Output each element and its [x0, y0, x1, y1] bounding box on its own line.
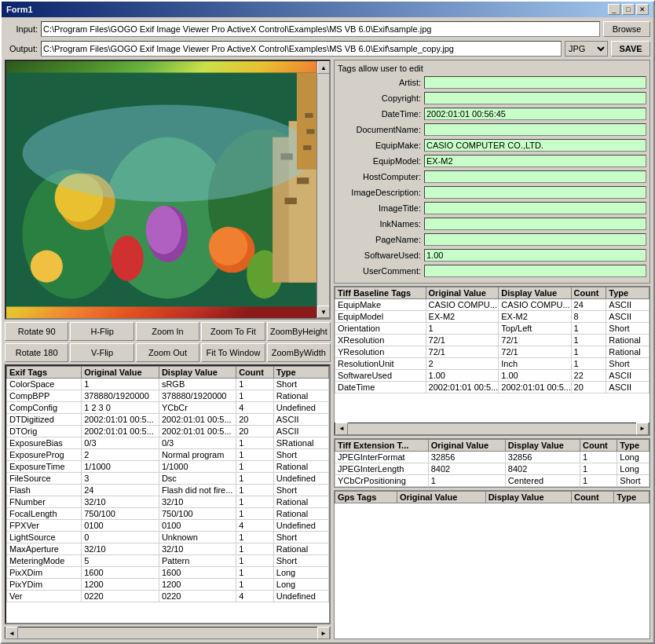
table-row[interactable]: XResolution72/172/11Rational [335, 335, 650, 346]
table-row[interactable]: ExposureProg2Normal program1Short [7, 449, 329, 461]
tag-input[interactable] [424, 218, 646, 230]
tag-input[interactable] [424, 108, 646, 120]
table-cell: Rational [606, 335, 650, 346]
table-row[interactable]: FileSource3Dsc1Undefined [7, 473, 329, 485]
hflip-button[interactable]: H-Flip [70, 322, 134, 341]
table-row[interactable]: Orientation1Top/Left1Short [335, 323, 650, 335]
table-cell: 1 [236, 379, 274, 390]
table-row[interactable]: MaxAperture32/1032/101Rational [7, 543, 329, 555]
tag-label: ImageDescription: [338, 188, 424, 197]
table-row[interactable]: YCbCrPositioning1Centered1Short [335, 474, 650, 486]
exif-scroll-left[interactable]: ◄ [5, 627, 18, 639]
exif-hscrollbar[interactable]: ◄ ► [5, 627, 331, 639]
table-row[interactable]: FPXVer010001004Undefined [7, 520, 329, 532]
table-row[interactable]: JPEGInterLength840284021Long [335, 463, 650, 474]
svg-rect-17 [284, 198, 296, 204]
image-svg [6, 61, 329, 318]
table-row[interactable]: ResolutionUnit2Inch1Short [335, 358, 650, 370]
table-row[interactable]: CompConfig1 2 3 0YCbCr4Undefined [7, 402, 329, 414]
tag-input[interactable] [424, 170, 646, 183]
zoomin-button[interactable]: Zoom In [136, 322, 199, 341]
table-row[interactable]: PixYDim120012001Long [7, 579, 329, 591]
tag-input[interactable] [424, 265, 646, 277]
table-row[interactable]: ExposureBias0/30/31SRational [7, 437, 329, 449]
tag-input[interactable] [424, 186, 646, 199]
output-field[interactable] [41, 41, 562, 57]
exif-scroll-track[interactable] [18, 628, 317, 639]
table-cell: 0220 [159, 591, 236, 602]
zoomout-button[interactable]: Zoom Out [136, 343, 199, 362]
table-row[interactable]: YResolution72/172/11Rational [335, 346, 650, 358]
table-row[interactable]: SoftwareUsed1.001.0022ASCII [335, 370, 650, 382]
tag-input[interactable] [424, 249, 646, 262]
table-cell: 1600 [82, 567, 159, 579]
scroll-track[interactable] [317, 74, 329, 306]
table-row[interactable]: FNumber32/1032/101Rational [7, 496, 329, 508]
table-cell: 2002:01:01 00:5... [159, 426, 236, 437]
table-row[interactable]: EquipModelEX-M2EX-M28ASCII [335, 311, 650, 323]
format-select[interactable]: JPG BMP PNG [565, 41, 608, 57]
rotate90-button[interactable]: Rotate 90 [5, 322, 68, 341]
rotate180-button[interactable]: Rotate 180 [5, 343, 68, 362]
table-cell: Short [273, 379, 328, 390]
table-cell: Flash did not fire... [159, 485, 236, 496]
input-row: Input: Browse [5, 20, 650, 38]
table-row[interactable]: EquipMakeCASIO COMPU...CASIO COMPU...24A… [335, 299, 650, 311]
tag-label: EquipMake: [338, 141, 424, 150]
table-row[interactable]: Flash24Flash did not fire...1Short [7, 485, 329, 496]
table-cell: 1 [236, 485, 274, 496]
table-row[interactable]: LightSource0Unknown1Short [7, 532, 329, 543]
table-cell: Rational [606, 346, 650, 358]
table-row[interactable]: DateTime2002:01:01 00:5...2002:01:01 00:… [335, 382, 650, 393]
right-inner: Tiff Baseline Tags Original Value Displa… [334, 286, 650, 639]
browse-button[interactable]: Browse [603, 21, 650, 37]
tiff-scroll-track[interactable] [348, 423, 636, 434]
exif-col-count: Count [236, 367, 274, 379]
scroll-up-btn[interactable]: ▲ [317, 61, 330, 74]
tiff-baseline-hscrollbar[interactable]: ◄ ► [335, 423, 650, 435]
exif-scroll-right[interactable]: ► [317, 627, 330, 639]
close-button[interactable]: ✕ [636, 4, 649, 15]
tag-input[interactable] [424, 92, 646, 104]
table-row[interactable]: ExposureTime1/10001/10001Rational [7, 461, 329, 473]
maximize-button[interactable]: □ [622, 4, 635, 15]
tag-label: UserComment: [338, 266, 424, 276]
table-row[interactable]: Ver022002204Undefined [7, 591, 329, 602]
table-cell: 2002:01:01 00:5... [82, 426, 159, 437]
table-cell: ASCII [273, 426, 328, 437]
table-cell: 2002:01:01 00:5... [426, 382, 499, 393]
svg-point-18 [23, 105, 313, 202]
fittowindow-button[interactable]: Fit To Window [201, 343, 265, 362]
tag-input[interactable] [424, 123, 646, 136]
table-row[interactable]: JPEGInterFormat32856328561Long [335, 451, 650, 463]
tag-input[interactable] [424, 139, 646, 152]
table-row[interactable]: FocalLength750/100750/1001Rational [7, 508, 329, 520]
tag-input[interactable] [424, 155, 646, 167]
tag-input[interactable] [424, 76, 646, 89]
vertical-scrollbar[interactable]: ▲ ▼ [317, 61, 329, 318]
table-row[interactable]: ColorSpace1sRGB1Short [7, 379, 329, 390]
table-cell: Rational [273, 461, 328, 473]
scroll-down-btn[interactable]: ▼ [317, 306, 330, 318]
table-row[interactable]: CompBPP378880/1920000378880/19200001Rati… [7, 390, 329, 402]
table-cell: SRational [273, 437, 328, 449]
tiff-scroll-left[interactable]: ◄ [335, 423, 348, 435]
table-cell: Unknown [159, 532, 236, 543]
tiffext-col-original: Original Value [428, 439, 505, 451]
tiff-scroll-right[interactable]: ► [636, 423, 649, 435]
tag-input[interactable] [424, 202, 646, 214]
table-row[interactable]: DTDigitized2002:01:01 00:5...2002:01:01 … [7, 414, 329, 426]
table-cell: JPEGInterLength [335, 463, 429, 474]
table-cell: Flash [7, 485, 82, 496]
table-row[interactable]: MeteringMode5Pattern1Short [7, 555, 329, 567]
tag-input[interactable] [424, 233, 646, 246]
zoomtofit-button[interactable]: Zoom To Fit [201, 322, 265, 341]
table-row[interactable]: PixXDim160016001Long [7, 567, 329, 579]
minimize-button[interactable]: _ [608, 4, 620, 15]
zoombywidth-button[interactable]: ZoomByWidth [267, 343, 331, 362]
vflip-button[interactable]: V-Flip [70, 343, 134, 362]
table-row[interactable]: DTOrig2002:01:01 00:5...2002:01:01 00:5.… [7, 426, 329, 437]
save-button[interactable]: SAVE [611, 41, 650, 57]
input-field[interactable] [41, 21, 600, 37]
zoombyheight-button[interactable]: ZoomByHeight [267, 322, 331, 341]
